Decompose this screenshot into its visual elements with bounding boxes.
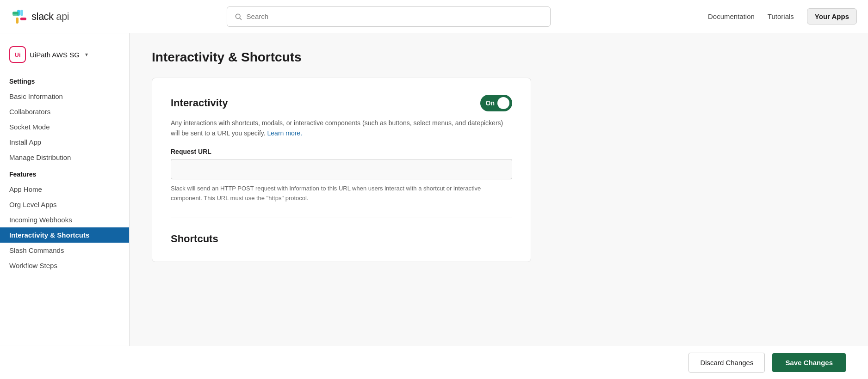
section-divider (171, 218, 512, 218)
sidebar-item-basic-information[interactable]: Basic Information (0, 89, 129, 104)
interactivity-section-title: Interactivity (171, 97, 228, 109)
search-input[interactable] (247, 12, 543, 20)
sidebar-item-app-home[interactable]: App Home (0, 182, 129, 197)
search-bar[interactable] (227, 6, 551, 27)
workspace-selector[interactable]: Ui UiPath AWS SG ▾ (0, 43, 129, 72)
your-apps-button[interactable]: Your Apps (807, 8, 857, 24)
features-section-label: Features (0, 165, 129, 182)
slack-logo-icon (11, 8, 28, 25)
svg-line-1 (239, 18, 241, 19)
toggle-circle (497, 97, 509, 109)
sidebar-item-interactivity-shortcuts[interactable]: Interactivity & Shortcuts (0, 227, 129, 243)
sidebar-item-org-level-apps[interactable]: Org Level Apps (0, 197, 129, 212)
search-icon (235, 13, 242, 20)
sidebar-item-socket-mode[interactable]: Socket Mode (0, 119, 129, 134)
nav-links: Documentation Tutorials Your Apps (708, 8, 857, 24)
save-changes-button[interactable]: Save Changes (772, 353, 846, 372)
sidebar-item-collaborators[interactable]: Collaborators (0, 104, 129, 119)
main-card: Interactivity On Any interactions with s… (152, 78, 531, 262)
documentation-link[interactable]: Documentation (708, 12, 755, 20)
sidebar: Ui UiPath AWS SG ▾ Settings Basic Inform… (0, 33, 130, 379)
interactivity-section-header: Interactivity On (171, 95, 512, 111)
workspace-dropdown-arrow: ▾ (85, 51, 88, 58)
toggle-wrap: On (480, 95, 512, 111)
sidebar-item-incoming-webhooks[interactable]: Incoming Webhooks (0, 212, 129, 227)
page-title: Interactivity & Shortcuts (152, 50, 846, 65)
discard-changes-button[interactable]: Discard Changes (688, 353, 765, 373)
workspace-name: UiPath AWS SG (30, 51, 80, 59)
interactivity-toggle[interactable]: On (480, 95, 512, 111)
sidebar-item-install-app[interactable]: Install App (0, 134, 129, 150)
request-url-input[interactable] (171, 159, 512, 179)
request-url-hint: Slack will send an HTTP POST request wit… (171, 184, 512, 203)
sidebar-item-slash-commands[interactable]: Slash Commands (0, 243, 129, 258)
learn-more-link[interactable]: Learn more. (267, 129, 302, 137)
sidebar-item-workflow-steps[interactable]: Workflow Steps (0, 258, 129, 273)
tutorials-link[interactable]: Tutorials (768, 12, 794, 20)
top-nav: slack api Documentation Tutorials Your A… (0, 0, 868, 33)
sidebar-item-manage-distribution[interactable]: Manage Distribution (0, 150, 129, 165)
logo-text: slack api (31, 11, 69, 23)
toggle-on-label: On (486, 99, 495, 107)
content-area: Interactivity & Shortcuts Interactivity … (130, 33, 868, 379)
search-bar-wrap (80, 6, 697, 27)
shortcuts-section-title: Shortcuts (171, 233, 512, 245)
action-bar: Discard Changes Save Changes (0, 346, 868, 379)
settings-section-label: Settings (0, 72, 129, 89)
interactivity-description: Any interactions with shortcuts, modals,… (171, 118, 512, 139)
logo-area: slack api (11, 8, 69, 25)
request-url-label: Request URL (171, 148, 512, 155)
main-layout: Ui UiPath AWS SG ▾ Settings Basic Inform… (0, 33, 868, 379)
workspace-icon: Ui (9, 46, 26, 63)
